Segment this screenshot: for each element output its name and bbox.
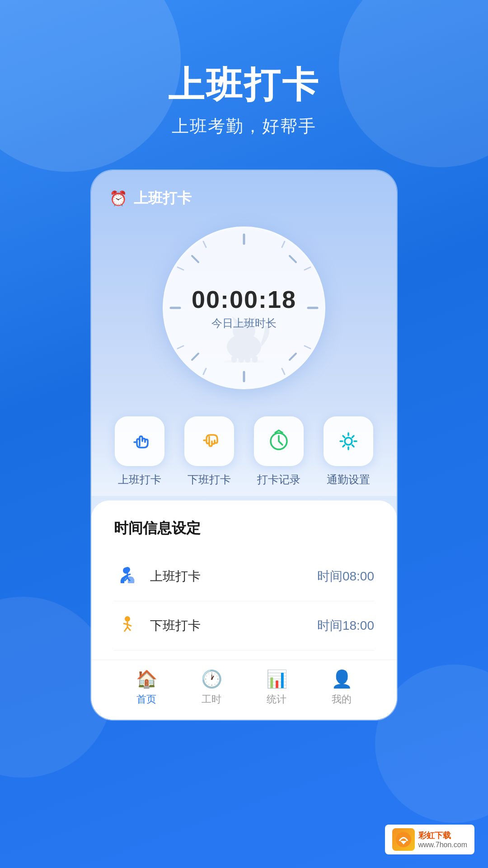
checkin-row-value: 时间08:00 xyxy=(317,568,374,585)
bottom-nav: 🏠 首页 🕐 工时 📊 统计 👤 我的 xyxy=(91,660,397,720)
settings-label: 通勤设置 xyxy=(327,472,370,487)
checkout-person-icon xyxy=(114,612,141,639)
svg-line-15 xyxy=(282,368,285,374)
records-label: 打卡记录 xyxy=(257,472,300,487)
checkout-row-value: 时间18:00 xyxy=(317,617,374,634)
records-button[interactable] xyxy=(254,416,304,466)
svg-line-8 xyxy=(203,241,206,247)
page-subtitle: 上班考勤，好帮手 xyxy=(0,115,488,138)
checkout-button[interactable] xyxy=(184,416,234,466)
stats-icon: 📊 xyxy=(266,669,287,689)
nav-stats-label: 统计 xyxy=(267,693,286,706)
svg-line-9 xyxy=(282,241,285,247)
page-header: 上班打卡 上班考勤，好帮手 xyxy=(0,0,488,138)
checkout-row-label: 下班打卡 xyxy=(150,617,317,634)
checkin-person-icon xyxy=(114,563,141,590)
checkin-row-label: 上班打卡 xyxy=(150,568,317,585)
nav-profile-label: 我的 xyxy=(332,693,352,706)
nav-home[interactable]: 🏠 首页 xyxy=(124,669,169,706)
info-section-title: 时间信息设定 xyxy=(114,519,374,538)
svg-line-36 xyxy=(123,623,127,624)
svg-line-14 xyxy=(203,368,206,374)
checkin-action[interactable]: 上班打卡 xyxy=(115,416,164,487)
clock-face: 00:00:18 今日上班时长 xyxy=(163,226,325,389)
app-icon: ⏰ xyxy=(109,190,127,207)
records-action[interactable]: 打卡记录 xyxy=(254,416,304,487)
checkin-icon xyxy=(127,429,152,454)
svg-point-24 xyxy=(224,359,264,363)
svg-line-31 xyxy=(127,574,131,575)
clock-label: 今日上班时长 xyxy=(211,316,277,330)
checkout-action[interactable]: 下班打卡 xyxy=(184,416,234,487)
checkout-icon xyxy=(197,429,222,454)
checkin-label: 上班打卡 xyxy=(118,472,161,487)
svg-line-7 xyxy=(290,354,296,360)
svg-line-10 xyxy=(178,267,183,270)
nav-workhours[interactable]: 🕐 工时 xyxy=(189,669,234,706)
watermark: 彩虹下载 www.7hon.com xyxy=(385,825,475,854)
watermark-logo xyxy=(392,828,415,851)
svg-line-11 xyxy=(178,346,183,349)
settings-button[interactable] xyxy=(324,416,373,466)
phone-mockup: ⏰ 上班打卡 xyxy=(90,170,398,721)
info-section: 时间信息设定 xyxy=(91,500,397,720)
checkout-label: 下班打卡 xyxy=(188,472,231,487)
checkin-button[interactable] xyxy=(115,416,164,466)
watermark-url: www.7hon.com xyxy=(418,841,468,849)
svg-line-5 xyxy=(290,256,296,262)
phone-screen: ⏰ 上班打卡 xyxy=(91,170,397,720)
page-title: 上班打卡 xyxy=(0,63,488,107)
workhours-icon: 🕐 xyxy=(201,669,222,689)
settings-action[interactable]: 通勤设置 xyxy=(324,416,373,487)
svg-point-28 xyxy=(125,567,130,572)
nav-stats[interactable]: 📊 统计 xyxy=(254,669,299,706)
action-buttons-row: 上班打卡 下班打卡 xyxy=(91,403,397,496)
svg-line-39 xyxy=(127,627,131,631)
app-name: 上班打卡 xyxy=(134,189,192,208)
settings-icon xyxy=(336,429,361,454)
svg-point-34 xyxy=(125,616,130,622)
svg-point-26 xyxy=(345,438,352,445)
checkin-info-row[interactable]: 上班打卡 时间08:00 xyxy=(114,552,374,601)
clock-container: 00:00:18 今日上班时长 xyxy=(91,217,397,403)
svg-line-4 xyxy=(192,256,198,262)
app-header-bar: ⏰ 上班打卡 xyxy=(91,170,397,217)
nav-workhours-label: 工时 xyxy=(202,693,221,706)
profile-icon: 👤 xyxy=(331,669,352,689)
watermark-name: 彩虹下载 xyxy=(418,830,468,841)
watermark-text: 彩虹下载 www.7hon.com xyxy=(418,830,468,849)
home-icon: 🏠 xyxy=(136,669,157,689)
svg-point-40 xyxy=(396,832,411,847)
checkout-info-row[interactable]: 下班打卡 时间18:00 xyxy=(114,601,374,651)
svg-line-6 xyxy=(192,354,198,360)
svg-line-13 xyxy=(305,346,310,349)
svg-line-12 xyxy=(305,267,310,270)
clock-time: 00:00:18 xyxy=(192,285,296,313)
records-icon xyxy=(266,429,291,454)
nav-profile[interactable]: 👤 我的 xyxy=(319,669,364,706)
nav-home-label: 首页 xyxy=(136,693,156,706)
svg-line-38 xyxy=(124,627,127,632)
